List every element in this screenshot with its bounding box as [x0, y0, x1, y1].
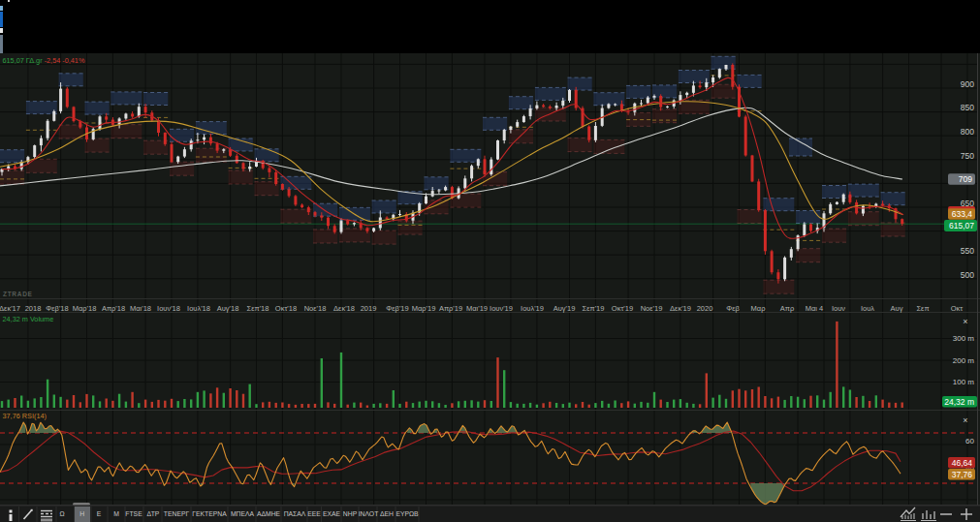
svg-text:24,32 m Volume: 24,32 m Volume — [3, 315, 54, 323]
svg-text:Ιουλ'18: Ιουλ'18 — [187, 304, 210, 313]
svg-text:Σεπ'18: Σεπ'18 — [247, 304, 269, 313]
svg-text:Απρ'18: Απρ'18 — [102, 304, 125, 313]
svg-text:Μαι'18: Μαι'18 — [130, 304, 151, 313]
svg-text:2020: 2020 — [697, 304, 713, 313]
svg-text:850: 850 — [961, 103, 974, 112]
svg-text:37,76 RSI(14): 37,76 RSI(14) — [3, 412, 47, 420]
svg-text:ΝΗΡ: ΝΗΡ — [343, 510, 358, 517]
svg-text:Ε: Ε — [97, 510, 102, 517]
svg-text:Μαρ'18: Μαρ'18 — [73, 304, 97, 313]
svg-text:Δεκ'19: Δεκ'19 — [670, 304, 691, 313]
svg-text:500: 500 — [961, 270, 974, 280]
svg-text:2019: 2019 — [361, 304, 377, 313]
svg-text:100 m: 100 m — [953, 378, 975, 386]
svg-text:Σεπ: Σεπ — [916, 304, 929, 313]
svg-text:Αυγ'19: Αυγ'19 — [553, 304, 576, 313]
svg-text:ΕΥΡΩΒ: ΕΥΡΩΒ — [395, 510, 419, 517]
svg-text:Ω: Ω — [59, 510, 64, 517]
svg-text:Απρ: Απρ — [780, 304, 794, 313]
svg-text:60: 60 — [965, 437, 974, 445]
svg-text:Σεπ'19: Σεπ'19 — [583, 304, 605, 313]
svg-text:200 m: 200 m — [953, 356, 975, 365]
svg-text:Οκτ'18: Οκτ'18 — [275, 304, 297, 313]
svg-text:900: 900 — [961, 79, 974, 89]
svg-text:Αυγ'18: Αυγ'18 — [217, 304, 239, 313]
svg-text:Η: Η — [79, 510, 84, 517]
svg-text:Νοε'19: Νοε'19 — [641, 304, 663, 313]
svg-text:Δεκ'17: Δεκ'17 — [0, 304, 20, 313]
svg-text:ΑΔΜΗΕ: ΑΔΜΗΕ — [257, 510, 281, 517]
svg-text:300 m: 300 m — [953, 334, 975, 343]
svg-text:ΓΕΚΤΕΡΝΑ: ΓΕΚΤΕΡΝΑ — [192, 510, 227, 517]
svg-text:750: 750 — [961, 151, 974, 161]
svg-text:Μαρ: Μαρ — [751, 304, 766, 313]
svg-text:Ιουν'18: Ιουν'18 — [157, 304, 180, 313]
svg-text:Ιουλ'19: Ιουλ'19 — [521, 304, 544, 313]
svg-text:Αυγ: Αυγ — [891, 304, 903, 313]
svg-text:Φεβ: Φεβ — [726, 304, 740, 313]
svg-text:ΕΕΕ: ΕΕΕ — [307, 510, 321, 517]
svg-text:800: 800 — [961, 127, 974, 137]
svg-text:Ιουν: Ιουν — [832, 304, 845, 313]
svg-text:Ιουν'19: Ιουν'19 — [490, 304, 513, 313]
svg-text:ΕΧΑΕ: ΕΧΑΕ — [323, 510, 341, 517]
svg-text:Ιουλ: Ιουλ — [861, 304, 874, 313]
svg-text:ΔΤΡ: ΔΤΡ — [147, 510, 160, 517]
svg-text:Μαρ'19: Μαρ'19 — [412, 304, 436, 313]
svg-text:615,07: 615,07 — [949, 221, 974, 230]
svg-text:ZTRADE: ZTRADE — [3, 291, 33, 297]
svg-text:709: 709 — [959, 174, 972, 184]
svg-text:ΤΕΝΕΡΓ: ΤΕΝΕΡΓ — [164, 510, 190, 517]
svg-text:615,07 ΓΔ.gr -2,54 -0,41%: 615,07 ΓΔ.gr -2,54 -0,41% — [3, 56, 85, 65]
svg-text:Οκτ'19: Οκτ'19 — [612, 304, 633, 313]
svg-text:ΔΕΗ: ΔΕΗ — [380, 510, 394, 517]
svg-text:24,32 m: 24,32 m — [944, 397, 974, 407]
svg-text:Φεβ'18: Φεβ'18 — [46, 304, 68, 313]
svg-text:×: × — [963, 415, 967, 425]
svg-text:Μ: Μ — [113, 510, 119, 517]
svg-text:×: × — [963, 317, 967, 326]
svg-text:Οκτ: Οκτ — [951, 304, 964, 313]
svg-text:FTSE: FTSE — [125, 510, 142, 517]
svg-text:Μαι'19: Μαι'19 — [466, 304, 488, 313]
svg-text:37,76: 37,76 — [952, 470, 973, 479]
svg-text:46,64: 46,64 — [952, 458, 973, 468]
svg-text:2018: 2018 — [25, 304, 42, 313]
svg-text:ΜΠΕΛΑ: ΜΠΕΛΑ — [231, 510, 255, 517]
svg-text:ΙΝΛΟΤ: ΙΝΛΟΤ — [359, 510, 379, 517]
svg-text:Μαι 4: Μαι 4 — [806, 304, 824, 313]
svg-text:Νοε'18: Νοε'18 — [304, 304, 327, 313]
svg-text:Απρ'19: Απρ'19 — [439, 304, 462, 313]
svg-text:550: 550 — [961, 246, 974, 256]
svg-text:ΠΑΣΑΛ: ΠΑΣΑΛ — [284, 510, 306, 517]
svg-text:Δεκ'18: Δεκ'18 — [333, 304, 355, 313]
svg-text:633,4: 633,4 — [952, 209, 973, 219]
svg-text:Φεβ'19: Φεβ'19 — [386, 304, 408, 313]
